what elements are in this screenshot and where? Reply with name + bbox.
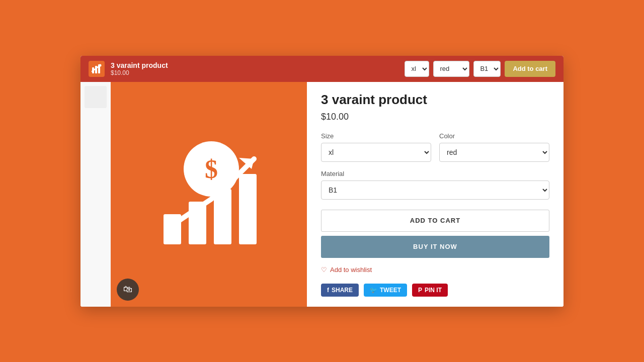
social-share: f SHARE 🐦 TWEET P PIN IT [321, 284, 549, 297]
navbar-material-select[interactable]: B1 B2 B3 [473, 61, 501, 77]
navbar: 3 varaint product $10.00 xl l m s red bl… [80, 56, 564, 82]
buy-now-button[interactable]: BUY IT NOW [321, 236, 549, 258]
size-label: Size [321, 132, 431, 140]
browser-window: 3 varaint product $10.00 xl l m s red bl… [80, 56, 564, 307]
variant-row-size-color: Size xl l m s Color red blue green [321, 132, 549, 162]
share-label: SHARE [332, 287, 353, 294]
svg-point-3 [99, 64, 102, 66]
pinterest-icon: P [418, 287, 422, 294]
share-twitter-button[interactable]: 🐦 TWEET [364, 284, 407, 297]
store-logo [89, 61, 105, 77]
facebook-icon: f [327, 287, 329, 294]
pin-label: PIN IT [425, 287, 442, 294]
content-area: $ 🛍 3 varaint product $10.00 Size xl [80, 82, 564, 307]
navbar-product-price: $10.00 [111, 69, 398, 76]
color-select[interactable]: red blue green [439, 143, 549, 162]
navbar-product-name: 3 varaint product [111, 61, 398, 69]
size-select[interactable]: xl l m s [321, 143, 431, 162]
svg-text:$: $ [205, 155, 218, 184]
main-image-container: $ 🛍 [111, 82, 307, 307]
navbar-product-info: 3 varaint product $10.00 [111, 61, 398, 76]
share-pinterest-button[interactable]: P PIN IT [412, 284, 448, 297]
navbar-controls: xl l m s red blue green B1 B2 B3 Add to … [405, 61, 555, 77]
share-facebook-button[interactable]: f SHARE [321, 284, 359, 297]
product-details: 3 varaint product $10.00 Size xl l m s C… [307, 82, 564, 307]
color-label: Color [439, 132, 549, 140]
navbar-size-select[interactable]: xl l m s [405, 61, 429, 77]
material-label: Material [321, 170, 549, 177]
svg-rect-7 [239, 174, 257, 244]
product-price: $10.00 [321, 112, 549, 122]
size-group: Size xl l m s [321, 132, 431, 162]
product-title: 3 varaint product [321, 92, 549, 108]
add-to-cart-button[interactable]: ADD TO CART [321, 210, 549, 232]
material-group: Material B1 B2 B3 [321, 170, 549, 200]
product-image: $ [138, 124, 279, 264]
shopify-badge: 🛍 [117, 279, 139, 301]
wishlist-label: Add to wishlist [330, 266, 372, 274]
svg-text:🛍: 🛍 [123, 284, 132, 294]
navbar-add-to-cart-button[interactable]: Add to cart [505, 61, 555, 77]
tweet-label: TWEET [380, 287, 401, 294]
heart-icon: ♡ [321, 266, 327, 274]
thumbnail-strip [80, 82, 111, 307]
color-group: Color red blue green [439, 132, 549, 162]
wishlist-link[interactable]: ♡ Add to wishlist [321, 266, 549, 274]
material-select[interactable]: B1 B2 B3 [321, 180, 549, 200]
navbar-color-select[interactable]: red blue green [433, 61, 469, 77]
twitter-icon: 🐦 [370, 287, 377, 294]
thumbnail-item[interactable] [85, 86, 107, 108]
